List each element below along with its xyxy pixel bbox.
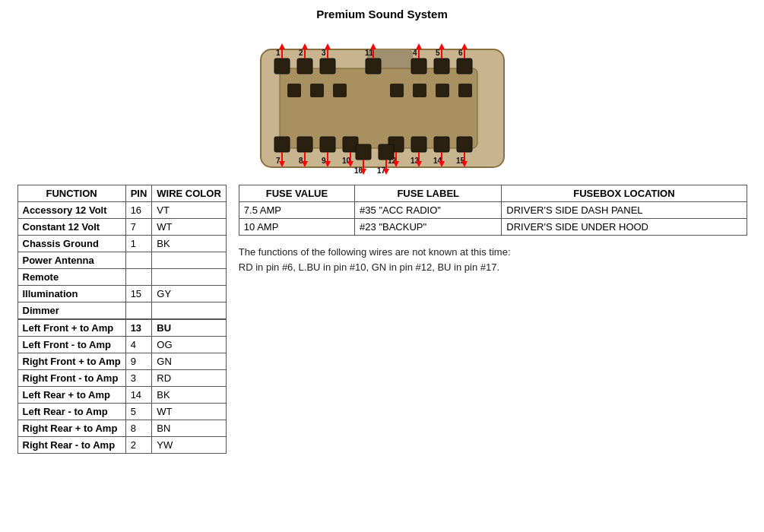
color-cell (152, 252, 227, 269)
pin-cell: 9 (125, 353, 152, 370)
svg-rect-36 (436, 84, 449, 97)
svg-rect-19 (411, 59, 426, 74)
svg-rect-66 (457, 137, 472, 152)
page-title: Premium Sound System (316, 8, 448, 21)
color-cell: OG (152, 337, 227, 353)
pin-cell: 14 (125, 387, 152, 404)
left-table-section: FUNCTION PIN WIRE COLOR Accessory 12 Vol… (17, 185, 227, 454)
pin-cell: 1 (125, 236, 152, 252)
svg-text:11: 11 (365, 49, 374, 57)
color-cell: YW (152, 437, 227, 454)
connector-svg: 1 2 3 11 4 5 (238, 27, 527, 179)
svg-rect-74 (379, 144, 394, 160)
function-cell: Chassis Ground (17, 236, 125, 252)
pin-cell: 7 (125, 219, 152, 236)
svg-text:2: 2 (299, 49, 303, 57)
function-cell: Right Front - to Amp (17, 370, 125, 387)
color-cell: WT (152, 404, 227, 420)
col-color: WIRE COLOR (152, 185, 227, 202)
pin-cell (125, 252, 152, 269)
svg-text:3: 3 (322, 49, 326, 57)
svg-marker-14 (325, 43, 331, 49)
svg-rect-46 (320, 137, 335, 152)
pin-cell (125, 302, 152, 320)
connector-diagram: 1 2 3 11 4 5 (238, 27, 527, 179)
pin-cell: 13 (125, 319, 152, 337)
fusebox-cell: DRIVER'S SIDE UNDER HOOD (502, 219, 747, 236)
note-line: The functions of the following wires are… (239, 245, 649, 260)
fuse-value-cell: 7.5 AMP (239, 202, 354, 219)
fuse-value-cell: 10 AMP (239, 219, 354, 236)
function-cell: Left Rear + to Amp (17, 387, 125, 404)
svg-rect-38 (274, 137, 290, 152)
svg-rect-58 (411, 137, 426, 152)
color-cell: BN (152, 420, 227, 437)
fuse-label-cell: #35 "ACC RADIO" (355, 202, 502, 219)
pin-cell: 3 (125, 370, 152, 387)
col-pin: PIN (125, 185, 152, 202)
pin-cell (125, 269, 152, 286)
fuse-table: FUSE VALUE FUSE LABEL FUSEBOX LOCATION 7… (239, 185, 747, 236)
svg-marker-22 (416, 43, 422, 49)
function-cell: Constant 12 Volt (17, 219, 125, 236)
fuse-label-cell: #23 "BACKUP" (355, 219, 502, 236)
function-cell: Right Rear - to Amp (17, 437, 125, 454)
svg-marker-18 (370, 43, 376, 49)
svg-text:9: 9 (322, 157, 326, 165)
pin-cell: 5 (125, 404, 152, 420)
function-cell: Accessory 12 Volt (17, 202, 125, 219)
color-cell: BU (152, 319, 227, 337)
svg-rect-62 (434, 137, 449, 152)
fusebox-cell: DRIVER'S SIDE DASH PANEL (502, 202, 747, 219)
col-fusebox: FUSEBOX LOCATION (502, 185, 747, 202)
color-cell: BK (152, 387, 227, 404)
svg-rect-70 (356, 144, 371, 160)
color-cell (152, 269, 227, 286)
svg-rect-3 (274, 59, 290, 74)
svg-rect-42 (297, 137, 312, 152)
function-cell: Illumination (17, 286, 125, 302)
color-cell: BK (152, 236, 227, 252)
pin-cell: 4 (125, 337, 152, 353)
svg-text:8: 8 (299, 157, 303, 165)
svg-rect-7 (297, 59, 312, 74)
svg-rect-33 (333, 84, 347, 97)
svg-rect-32 (310, 84, 324, 97)
svg-rect-34 (390, 84, 404, 97)
svg-marker-10 (302, 43, 308, 49)
function-cell: Left Front + to Amp (17, 319, 125, 337)
note-line: RD in pin #6, L.BU in pin #10, GN in pin… (239, 260, 649, 275)
svg-rect-31 (287, 84, 301, 97)
tables-section: FUNCTION PIN WIRE COLOR Accessory 12 Vol… (17, 185, 747, 454)
svg-rect-2 (280, 68, 477, 148)
function-cell: Remote (17, 269, 125, 286)
col-fuse-label: FUSE LABEL (355, 185, 502, 202)
right-section: FUSE VALUE FUSE LABEL FUSEBOX LOCATION 7… (239, 185, 747, 454)
color-cell: GY (152, 286, 227, 302)
svg-marker-6 (279, 43, 285, 49)
svg-rect-27 (457, 59, 472, 74)
svg-text:4: 4 (413, 49, 417, 57)
svg-text:6: 6 (458, 49, 463, 57)
svg-rect-37 (458, 84, 472, 97)
svg-rect-35 (413, 84, 426, 97)
function-cell: Power Antenna (17, 252, 125, 269)
svg-marker-30 (461, 43, 468, 49)
function-cell: Left Rear - to Amp (17, 404, 125, 420)
svg-text:5: 5 (436, 49, 440, 57)
color-cell (152, 302, 227, 320)
page: Premium Sound System 1 2 3 (0, 0, 764, 532)
function-cell: Right Rear + to Amp (17, 420, 125, 437)
svg-marker-26 (439, 43, 445, 49)
col-function: FUNCTION (17, 185, 125, 202)
function-cell: Dimmer (17, 302, 125, 320)
svg-text:1: 1 (276, 49, 281, 57)
svg-rect-11 (320, 59, 335, 74)
color-cell: WT (152, 219, 227, 236)
pin-cell: 2 (125, 437, 152, 454)
pin-cell: 16 (125, 202, 152, 219)
function-cell: Right Front + to Amp (17, 353, 125, 370)
color-cell: RD (152, 370, 227, 387)
pin-cell: 8 (125, 420, 152, 437)
function-cell: Left Front - to Amp (17, 337, 125, 353)
